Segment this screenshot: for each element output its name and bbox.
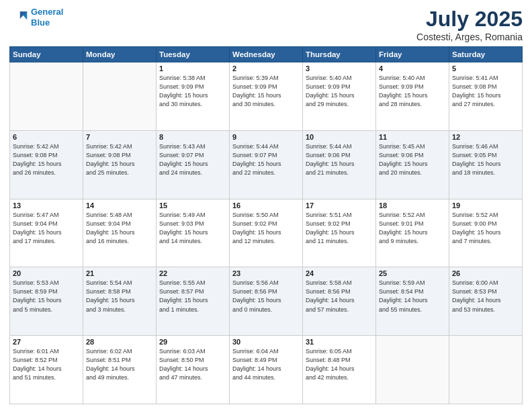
day-info: Sunrise: 6:02 AM Sunset: 8:51 PM Dayligh… [86, 347, 153, 382]
day-info: Sunrise: 5:44 AM Sunset: 9:06 PM Dayligh… [306, 142, 373, 177]
calendar-cell: 13Sunrise: 5:47 AM Sunset: 9:04 PM Dayli… [10, 199, 83, 267]
calendar-cell: 15Sunrise: 5:49 AM Sunset: 9:03 PM Dayli… [157, 199, 230, 267]
day-number: 15 [159, 201, 226, 210]
calendar-header-row: Sunday Monday Tuesday Wednesday Thursday… [10, 47, 523, 62]
col-sunday: Sunday [10, 47, 83, 62]
day-info: Sunrise: 6:03 AM Sunset: 8:50 PM Dayligh… [159, 347, 226, 382]
day-number: 28 [86, 338, 153, 346]
day-info: Sunrise: 5:52 AM Sunset: 9:00 PM Dayligh… [452, 211, 519, 246]
calendar-cell: 31Sunrise: 6:05 AM Sunset: 8:48 PM Dayli… [303, 336, 376, 404]
day-number: 1 [159, 64, 226, 73]
logo: General Blue [9, 7, 63, 28]
day-info: Sunrise: 5:50 AM Sunset: 9:02 PM Dayligh… [232, 211, 300, 246]
day-info: Sunrise: 6:00 AM Sunset: 8:53 PM Dayligh… [452, 279, 519, 314]
day-info: Sunrise: 5:54 AM Sunset: 8:58 PM Dayligh… [86, 279, 153, 314]
col-wednesday: Wednesday [230, 47, 303, 62]
calendar-cell: 3Sunrise: 5:40 AM Sunset: 9:09 PM Daylig… [303, 62, 376, 131]
day-number: 9 [232, 133, 300, 141]
header: General Blue July 2025 Costesti, Arges, … [9, 7, 523, 42]
calendar-cell: 9Sunrise: 5:44 AM Sunset: 9:07 PM Daylig… [230, 130, 303, 199]
day-info: Sunrise: 6:04 AM Sunset: 8:49 PM Dayligh… [232, 347, 300, 382]
day-info: Sunrise: 5:42 AM Sunset: 9:08 PM Dayligh… [86, 142, 153, 177]
calendar-week-3: 13Sunrise: 5:47 AM Sunset: 9:04 PM Dayli… [10, 199, 523, 267]
calendar-cell: 25Sunrise: 5:59 AM Sunset: 8:54 PM Dayli… [376, 267, 449, 336]
day-info: Sunrise: 5:59 AM Sunset: 8:54 PM Dayligh… [379, 279, 446, 314]
day-number: 27 [13, 338, 80, 346]
day-info: Sunrise: 5:42 AM Sunset: 9:08 PM Dayligh… [13, 142, 80, 177]
day-info: Sunrise: 5:46 AM Sunset: 9:05 PM Dayligh… [452, 142, 519, 177]
calendar-cell: 7Sunrise: 5:42 AM Sunset: 9:08 PM Daylig… [83, 130, 157, 199]
logo-icon [9, 8, 28, 27]
day-info: Sunrise: 6:01 AM Sunset: 8:52 PM Dayligh… [13, 347, 80, 382]
col-tuesday: Tuesday [157, 47, 230, 62]
day-info: Sunrise: 5:40 AM Sunset: 9:09 PM Dayligh… [379, 74, 446, 109]
logo-text: General Blue [31, 7, 63, 28]
day-info: Sunrise: 6:05 AM Sunset: 8:48 PM Dayligh… [306, 347, 373, 382]
col-friday: Friday [376, 47, 449, 62]
day-info: Sunrise: 5:41 AM Sunset: 9:08 PM Dayligh… [452, 74, 519, 109]
calendar-week-1: 1Sunrise: 5:38 AM Sunset: 9:09 PM Daylig… [10, 62, 523, 131]
calendar-cell: 1Sunrise: 5:38 AM Sunset: 9:09 PM Daylig… [157, 62, 230, 131]
day-info: Sunrise: 5:51 AM Sunset: 9:02 PM Dayligh… [306, 211, 373, 246]
day-number: 8 [159, 133, 226, 141]
calendar-cell: 4Sunrise: 5:40 AM Sunset: 9:09 PM Daylig… [376, 62, 449, 131]
day-number: 13 [13, 201, 80, 210]
col-monday: Monday [83, 47, 157, 62]
col-thursday: Thursday [303, 47, 376, 62]
calendar-cell: 10Sunrise: 5:44 AM Sunset: 9:06 PM Dayli… [303, 130, 376, 199]
calendar-cell: 19Sunrise: 5:52 AM Sunset: 9:00 PM Dayli… [449, 199, 523, 267]
calendar-cell: 22Sunrise: 5:55 AM Sunset: 8:57 PM Dayli… [157, 267, 230, 336]
day-info: Sunrise: 5:44 AM Sunset: 9:07 PM Dayligh… [232, 142, 300, 177]
calendar-cell: 6Sunrise: 5:42 AM Sunset: 9:08 PM Daylig… [10, 130, 83, 199]
day-info: Sunrise: 5:40 AM Sunset: 9:09 PM Dayligh… [306, 74, 373, 109]
calendar-cell [449, 336, 523, 404]
calendar-cell: 23Sunrise: 5:56 AM Sunset: 8:56 PM Dayli… [230, 267, 303, 336]
day-number: 26 [452, 269, 519, 277]
day-number: 3 [306, 64, 373, 73]
day-info: Sunrise: 5:52 AM Sunset: 9:01 PM Dayligh… [379, 211, 446, 246]
day-number: 29 [159, 338, 226, 346]
day-number: 11 [379, 133, 446, 141]
calendar-week-5: 27Sunrise: 6:01 AM Sunset: 8:52 PM Dayli… [10, 336, 523, 404]
day-number: 6 [13, 133, 80, 141]
day-number: 12 [452, 133, 519, 141]
col-saturday: Saturday [449, 47, 523, 62]
day-info: Sunrise: 5:39 AM Sunset: 9:09 PM Dayligh… [232, 74, 300, 109]
day-number: 4 [379, 64, 446, 73]
title-block: July 2025 Costesti, Arges, Romania [416, 7, 523, 42]
calendar-cell [83, 62, 157, 131]
day-number: 20 [13, 269, 80, 277]
calendar-cell: 8Sunrise: 5:43 AM Sunset: 9:07 PM Daylig… [157, 130, 230, 199]
calendar-cell: 17Sunrise: 5:51 AM Sunset: 9:02 PM Dayli… [303, 199, 376, 267]
calendar-cell: 5Sunrise: 5:41 AM Sunset: 9:08 PM Daylig… [449, 62, 523, 131]
day-info: Sunrise: 5:48 AM Sunset: 9:04 PM Dayligh… [86, 211, 153, 246]
day-number: 31 [306, 338, 373, 346]
day-info: Sunrise: 5:56 AM Sunset: 8:56 PM Dayligh… [232, 279, 300, 314]
day-number: 17 [306, 201, 373, 210]
day-number: 30 [232, 338, 300, 346]
calendar-cell: 26Sunrise: 6:00 AM Sunset: 8:53 PM Dayli… [449, 267, 523, 336]
day-info: Sunrise: 5:49 AM Sunset: 9:03 PM Dayligh… [159, 211, 226, 246]
day-number: 7 [86, 133, 153, 141]
calendar-cell: 20Sunrise: 5:53 AM Sunset: 8:59 PM Dayli… [10, 267, 83, 336]
calendar-cell: 24Sunrise: 5:58 AM Sunset: 8:56 PM Dayli… [303, 267, 376, 336]
calendar-cell [376, 336, 449, 404]
calendar-cell: 18Sunrise: 5:52 AM Sunset: 9:01 PM Dayli… [376, 199, 449, 267]
day-info: Sunrise: 5:55 AM Sunset: 8:57 PM Dayligh… [159, 279, 226, 314]
logo-general: General [31, 7, 63, 17]
calendar-cell: 2Sunrise: 5:39 AM Sunset: 9:09 PM Daylig… [230, 62, 303, 131]
calendar-week-2: 6Sunrise: 5:42 AM Sunset: 9:08 PM Daylig… [10, 130, 523, 199]
day-number: 22 [159, 269, 226, 277]
day-info: Sunrise: 5:47 AM Sunset: 9:04 PM Dayligh… [13, 211, 80, 246]
day-number: 10 [306, 133, 373, 141]
day-number: 16 [232, 201, 300, 210]
calendar-cell: 28Sunrise: 6:02 AM Sunset: 8:51 PM Dayli… [83, 336, 157, 404]
calendar-cell: 16Sunrise: 5:50 AM Sunset: 9:02 PM Dayli… [230, 199, 303, 267]
day-number: 2 [232, 64, 300, 73]
calendar-cell [10, 62, 83, 131]
day-number: 21 [86, 269, 153, 277]
day-number: 14 [86, 201, 153, 210]
calendar-cell: 12Sunrise: 5:46 AM Sunset: 9:05 PM Dayli… [449, 130, 523, 199]
calendar-cell: 21Sunrise: 5:54 AM Sunset: 8:58 PM Dayli… [83, 267, 157, 336]
day-number: 24 [306, 269, 373, 277]
